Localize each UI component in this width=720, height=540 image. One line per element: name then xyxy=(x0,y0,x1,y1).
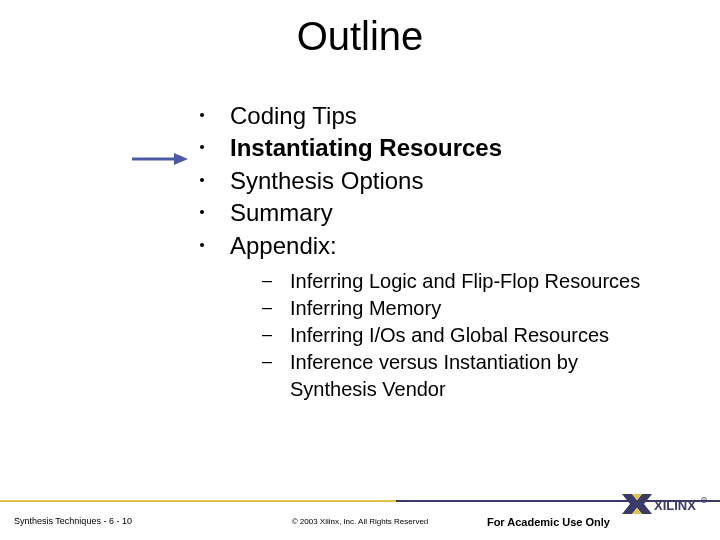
item-text: Synthesis Options xyxy=(230,167,423,194)
item-text: Summary xyxy=(230,199,333,226)
footer-divider xyxy=(0,500,720,502)
subitem-text: Inferring I/Os and Global Resources xyxy=(290,324,609,346)
subitem-text: Inferring Memory xyxy=(290,297,441,319)
item-text: Appendix: xyxy=(230,232,337,259)
svg-text:XILINX: XILINX xyxy=(654,498,696,513)
subitem-text: Inference versus Instantiation by Synthe… xyxy=(290,351,578,400)
slide: { "title": "Outline", "items": [ { "text… xyxy=(0,0,720,540)
footer-right-text: For Academic Use Only xyxy=(487,516,610,528)
appendix-item: –Inference versus Instantiation by Synth… xyxy=(290,349,720,403)
appendix-item: –Inferring Logic and Flip-Flop Resources xyxy=(290,268,720,295)
content-area: Coding Tips Instantiating Resources Synt… xyxy=(0,100,720,403)
outline-item: Synthesis Options xyxy=(230,165,720,197)
outline-item: Appendix: xyxy=(230,230,720,262)
outline-item: Summary xyxy=(230,197,720,229)
subitem-text: Inferring Logic and Flip-Flop Resources xyxy=(290,270,640,292)
item-text: Coding Tips xyxy=(230,102,357,129)
outline-item: Instantiating Resources xyxy=(230,132,720,164)
appendix-item: –Inferring Memory xyxy=(290,295,720,322)
footer-copyright: © 2003 Xilinx, Inc. All Rights Reserved xyxy=(0,517,720,526)
item-text: Instantiating Resources xyxy=(230,134,502,161)
outline-list: Coding Tips Instantiating Resources Synt… xyxy=(230,100,720,262)
slide-title: Outline xyxy=(0,14,720,59)
appendix-item: –Inferring I/Os and Global Resources xyxy=(290,322,720,349)
xilinx-logo: XILINX R xyxy=(618,490,708,526)
outline-item: Coding Tips xyxy=(230,100,720,132)
appendix-list: –Inferring Logic and Flip-Flop Resources… xyxy=(290,268,720,403)
